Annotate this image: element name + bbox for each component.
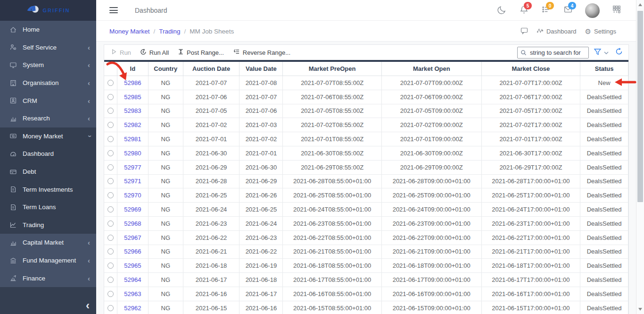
radio-button[interactable] (107, 164, 114, 170)
filter-button[interactable] (594, 48, 609, 57)
id-link[interactable]: 52969 (124, 206, 141, 213)
radio-button[interactable] (107, 122, 114, 128)
sidebar-item-finance[interactable]: Finance‹ (0, 269, 96, 287)
avatar[interactable] (585, 3, 600, 18)
radio-button[interactable] (107, 277, 114, 283)
chevron-left-icon: ‹ (88, 79, 90, 86)
settings-link[interactable]: ⚙ Settings (585, 28, 616, 35)
sidebar-item-money-market[interactable]: Money Market‹ (0, 127, 96, 145)
id-link[interactable]: 52971 (124, 178, 141, 185)
dark-mode-button[interactable] (496, 5, 507, 16)
sidebar-item-fund-management[interactable]: Fund Management‹ (0, 252, 96, 270)
id-link[interactable]: 52967 (124, 234, 141, 241)
id-link[interactable]: 52963 (124, 290, 141, 297)
settings-link-label: Settings (594, 28, 616, 35)
column-header-market-preopen[interactable]: Market PreOpen (283, 62, 382, 76)
sidebar-item-label: Money Market (23, 133, 63, 140)
cell-value-date: 2021-06-17 (239, 287, 283, 301)
breadcrumb-trading[interactable]: Trading (159, 28, 180, 35)
sidebar-item-debt[interactable]: Debt (0, 163, 96, 181)
sidebar-item-research[interactable]: Research‹ (0, 110, 96, 127)
radio-button[interactable] (107, 221, 114, 227)
radio-button[interactable] (107, 178, 114, 184)
id-link[interactable]: 52977 (124, 164, 141, 171)
comments-button[interactable] (520, 27, 528, 36)
scrollbar-down-arrow[interactable] (638, 308, 642, 311)
id-link[interactable]: 52982 (124, 121, 141, 128)
column-header-id[interactable]: Id (117, 62, 149, 76)
refresh-button[interactable] (615, 48, 623, 57)
cell-market-close: 2021-06-22T17:00:00+01:00 (482, 231, 581, 245)
id-link[interactable]: 52962 (124, 305, 141, 312)
sidebar-item-self-service[interactable]: Self Service‹ (0, 39, 96, 57)
column-header-market-open[interactable]: Market Open (382, 62, 482, 76)
id-link[interactable]: 52966 (124, 248, 141, 255)
radio-button[interactable] (107, 136, 114, 142)
search-input[interactable] (517, 47, 589, 59)
hamburger-menu-icon[interactable] (109, 6, 118, 15)
cell-auction-date: 2021-07-02 (183, 118, 240, 132)
sidebar-item-term-loans[interactable]: Term Loans (0, 198, 96, 216)
messages-button[interactable]: 4 (563, 5, 573, 16)
scrollbar-thumb[interactable] (637, 11, 643, 202)
apps-grid-button[interactable] (611, 5, 622, 16)
scrollbar-up-arrow[interactable] (638, 3, 642, 6)
radio-button[interactable] (107, 291, 114, 297)
money-market-icon (9, 132, 17, 140)
id-link[interactable]: 52985 (124, 93, 141, 101)
cell-market-open: 2021-07-02T09:00:00Z (382, 118, 482, 132)
sidebar-item-trading[interactable]: Trading (0, 216, 96, 234)
post-range-button[interactable]: Post Range... (178, 49, 224, 56)
tasks-button[interactable]: 0 (541, 5, 551, 16)
column-header-status[interactable]: Status (580, 62, 628, 76)
id-link[interactable]: 52981 (124, 136, 141, 143)
sidebar-item-dashboard[interactable]: Dashboard (0, 145, 96, 163)
notifications-button[interactable]: 5 (519, 5, 529, 16)
column-header-value-date[interactable]: Value Date (239, 62, 283, 76)
reverse-range-button[interactable]: Reverse Range... (233, 49, 290, 56)
column-header-country[interactable]: Country (149, 62, 183, 76)
id-link[interactable]: 52968 (124, 220, 141, 227)
column-header-auction-date[interactable]: Auction Date (183, 62, 240, 76)
id-link[interactable]: 52965 (124, 262, 141, 269)
radio-button[interactable] (107, 150, 114, 156)
cell-market-close: 2021-06-17T17:00:00+01:00 (482, 273, 581, 287)
cell-country: NG (149, 259, 183, 272)
id-link[interactable]: 52970 (124, 192, 141, 199)
sidebar-collapse-button[interactable]: ‹ (86, 300, 90, 311)
id-link[interactable]: 52980 (124, 150, 141, 157)
radio-button[interactable] (107, 235, 114, 241)
home-icon (9, 25, 17, 34)
radio-button[interactable] (107, 192, 114, 198)
column-header-market-close[interactable]: Market Close (482, 62, 581, 76)
id-link[interactable]: 52986 (124, 79, 141, 86)
cell-country: NG (149, 90, 183, 104)
id-link[interactable]: 52964 (124, 276, 141, 283)
radio-button[interactable] (107, 80, 114, 86)
run-button[interactable]: Run (111, 49, 131, 56)
sidebar-item-system[interactable]: System‹ (0, 56, 96, 74)
dashboard-link[interactable]: Dashboard (537, 27, 577, 35)
cell-value-date: 2021-06-19 (239, 259, 283, 272)
sidebar-item-organisation[interactable]: Organisation‹ (0, 74, 96, 92)
sidebar-item-term-investments[interactable]: Term Investments (0, 180, 96, 198)
radio-button[interactable] (107, 263, 114, 269)
radio-button[interactable] (107, 248, 114, 255)
radio-button[interactable] (107, 305, 114, 311)
cell-market-close: 2021-07-07T17:00:00Z (482, 76, 581, 90)
cell-id: 52968 (117, 217, 149, 230)
cell-id: 52964 (117, 273, 149, 287)
radio-button[interactable] (107, 108, 114, 114)
sidebar-item-crm[interactable]: CRM‹ (0, 92, 96, 110)
logo-bar[interactable]: GRIFFIN (0, 0, 96, 21)
radio-button[interactable] (107, 206, 114, 212)
radio-button[interactable] (107, 94, 114, 100)
cell-status: DealsSettled (580, 175, 628, 188)
sidebar-item-home[interactable]: Home (0, 21, 96, 39)
run-all-button[interactable]: Run All (140, 49, 169, 57)
id-link[interactable]: 52983 (124, 107, 141, 114)
breadcrumb-money-market[interactable]: Money Market (109, 28, 150, 35)
cell-auction-date: 2021-06-21 (183, 245, 240, 259)
row-select-cell (104, 301, 117, 314)
sidebar-item-capital-market[interactable]: Capital Market‹ (0, 234, 96, 252)
